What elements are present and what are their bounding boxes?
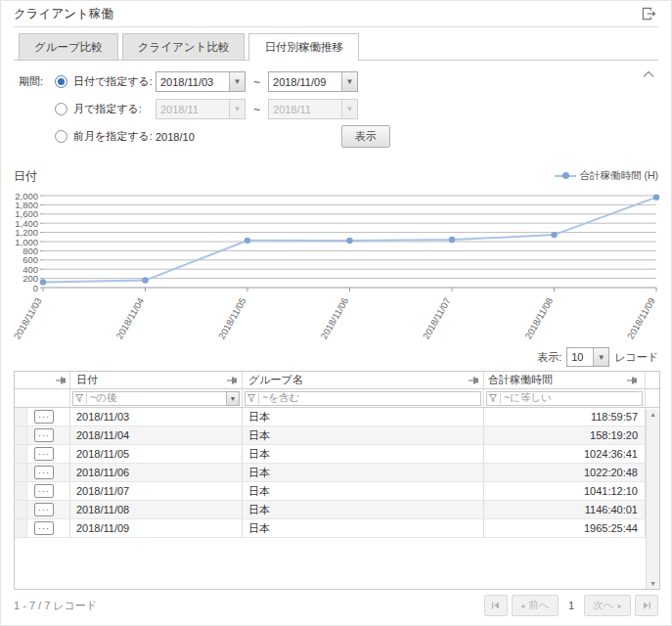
row-control-cell: ··· xyxy=(15,426,70,444)
prev-label: 前へ xyxy=(528,599,549,612)
svg-text:600: 600 xyxy=(22,254,38,265)
row-control-cell: ··· xyxy=(15,464,70,481)
table-row[interactable]: ··· 2018/11/03 日本 118:59:57 xyxy=(15,408,659,426)
filter-funnel-icon[interactable] xyxy=(489,394,497,402)
legend-line-marker-icon xyxy=(555,175,576,177)
grid-body: ··· 2018/11/03 日本 118:59:57 ··· 2018/11/… xyxy=(15,408,659,538)
pin-column-icon[interactable] xyxy=(56,376,67,385)
row-actions-button[interactable]: ··· xyxy=(34,447,54,461)
filter-date-cell: ~の後 ▼ xyxy=(70,389,243,407)
date-filter-placeholder: ~の後 xyxy=(90,391,223,405)
first-page-button[interactable] xyxy=(484,595,508,616)
radio-specify-prev-month[interactable] xyxy=(55,130,67,143)
table-row[interactable]: ··· 2018/11/07 日本 1041:12:10 xyxy=(15,482,659,501)
tab-group-comparison[interactable]: グループ比較 xyxy=(19,33,118,60)
scroll-up-icon[interactable]: ▲ xyxy=(650,411,656,418)
chevron-down-icon: ▼ xyxy=(229,100,245,118)
page-size-toolbar: 表示: 10▼ レコード xyxy=(14,347,658,367)
pagination: ◂前へ 1 次へ▸ xyxy=(484,595,658,616)
table-row[interactable]: ··· 2018/11/04 日本 158:19:20 xyxy=(15,426,659,445)
header-total-column[interactable]: 合計稼働時間 xyxy=(484,372,646,388)
radio-specify-by-month[interactable] xyxy=(55,103,67,115)
page-size-select[interactable]: 10▼ xyxy=(566,347,609,367)
row-total-cell: 118:59:57 xyxy=(484,408,646,425)
row-actions-button[interactable]: ··· xyxy=(34,521,54,535)
table-row[interactable]: ··· 2018/11/08 日本 1146:40:01 xyxy=(15,501,659,519)
radio-specify-by-date[interactable] xyxy=(55,75,67,88)
svg-text:1,400: 1,400 xyxy=(15,218,38,229)
radio-by-month-label: 月で指定する: xyxy=(73,102,156,116)
row-selector-gutter[interactable] xyxy=(15,482,27,500)
filter-separator xyxy=(258,393,259,404)
svg-text:2018/11/06: 2018/11/06 xyxy=(318,296,350,341)
chevron-down-icon[interactable]: ▼ xyxy=(593,348,608,366)
row-control-cell: ··· xyxy=(15,501,70,518)
next-label: 次へ xyxy=(593,599,613,612)
collapse-chevron-up-icon[interactable] xyxy=(641,68,656,80)
month-from-value: 2018/11 xyxy=(157,104,229,115)
filter-funnel-icon[interactable] xyxy=(247,394,255,402)
tab-daily-operation-trend[interactable]: 日付別稼働推移 xyxy=(248,33,359,61)
month-to-value: 2018/11 xyxy=(269,104,341,115)
row-selector-gutter[interactable] xyxy=(15,519,27,537)
page-title: クライアント稼働 xyxy=(14,6,113,22)
next-page-button[interactable]: 次へ▸ xyxy=(584,595,631,616)
table-row[interactable]: ··· 2018/11/05 日本 1024:36:41 xyxy=(15,445,659,464)
date-from-select[interactable]: 2018/11/03▼ xyxy=(156,71,246,92)
filter-separator xyxy=(86,393,87,404)
svg-text:0: 0 xyxy=(33,283,38,293)
row-actions-button[interactable]: ··· xyxy=(34,466,54,479)
vertical-scrollbar[interactable]: ▲ ▼ xyxy=(646,409,659,589)
show-button[interactable]: 表示 xyxy=(341,125,390,148)
period-row-by-date: 期間: 日付で指定する: 2018/11/03▼ ~ 2018/11/09▼ xyxy=(14,71,658,92)
date-to-select[interactable]: 2018/11/09▼ xyxy=(268,71,358,92)
group-filter-input[interactable]: ~を含む xyxy=(245,391,481,406)
next-arrow-icon: ▸ xyxy=(618,602,622,610)
date-filter-input[interactable]: ~の後 ▼ xyxy=(72,391,240,406)
pin-column-icon[interactable] xyxy=(469,376,479,385)
total-filter-input[interactable]: ~に等しい xyxy=(486,391,643,406)
header-date-column[interactable]: 日付 xyxy=(70,372,243,388)
svg-text:2018/11/08: 2018/11/08 xyxy=(522,296,555,341)
chart-legend: 合計稼働時間 (H) xyxy=(555,169,659,183)
row-actions-button[interactable]: ··· xyxy=(34,503,54,516)
svg-text:800: 800 xyxy=(22,246,38,256)
chevron-down-icon[interactable]: ▼ xyxy=(229,72,245,91)
filter-funnel-icon[interactable] xyxy=(75,394,83,402)
table-row[interactable]: ··· 2018/11/09 日本 1965:25:44 xyxy=(15,519,659,538)
row-selector-gutter[interactable] xyxy=(15,445,27,463)
prev-page-button[interactable]: ◂前へ xyxy=(512,595,559,616)
row-actions-button[interactable]: ··· xyxy=(34,428,54,442)
pin-column-icon[interactable] xyxy=(627,376,638,385)
period-row-by-month: 月で指定する: 2018/11▼ ~ 2018/11▼ xyxy=(14,99,658,119)
chevron-down-icon[interactable]: ▼ xyxy=(341,72,357,91)
row-selector-gutter[interactable] xyxy=(15,426,27,444)
last-page-button[interactable] xyxy=(635,595,658,616)
month-from-select[interactable]: 2018/11▼ xyxy=(156,99,246,119)
data-grid: 日付 グループ名 合計稼働時間 ~の後 ▼ xyxy=(14,371,660,590)
grid-header-row: 日付 グループ名 合計稼働時間 xyxy=(15,372,659,389)
month-to-select[interactable]: 2018/11▼ xyxy=(268,99,358,119)
chevron-down-icon[interactable]: ▼ xyxy=(226,391,240,406)
row-actions-button[interactable]: ··· xyxy=(34,410,54,424)
period-caption: 期間: xyxy=(19,74,55,89)
sign-out-icon[interactable] xyxy=(639,5,658,22)
svg-text:2018/11/03: 2018/11/03 xyxy=(14,296,44,341)
header-group-column[interactable]: グループ名 xyxy=(243,372,484,388)
row-date-cell: 2018/11/03 xyxy=(70,408,243,425)
row-selector-gutter[interactable] xyxy=(15,501,27,518)
svg-text:2018/11/09: 2018/11/09 xyxy=(625,296,657,341)
row-selector-gutter[interactable] xyxy=(15,408,27,425)
table-row[interactable]: ··· 2018/11/06 日本 1022:20:48 xyxy=(15,464,659,482)
row-selector-gutter[interactable] xyxy=(15,464,27,481)
row-total-cell: 1041:12:10 xyxy=(484,482,646,500)
row-actions-button[interactable]: ··· xyxy=(34,484,54,498)
svg-text:1,200: 1,200 xyxy=(15,227,38,238)
svg-text:1,600: 1,600 xyxy=(15,208,38,219)
svg-text:1,000: 1,000 xyxy=(15,237,38,247)
tab-client-comparison[interactable]: クライアント比較 xyxy=(122,33,246,60)
svg-text:1,800: 1,800 xyxy=(15,200,38,210)
scroll-down-icon[interactable]: ▼ xyxy=(650,580,656,587)
pin-column-icon[interactable] xyxy=(227,376,238,385)
radio-prev-month-label: 前月を指定する: xyxy=(73,129,156,144)
